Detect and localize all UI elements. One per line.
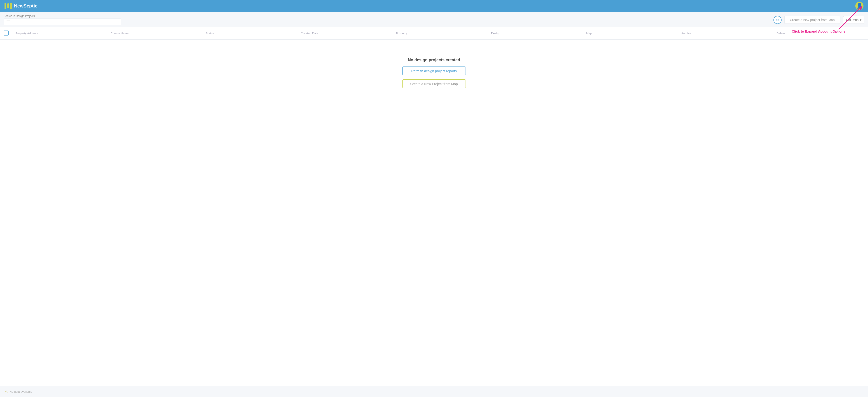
search-box bbox=[4, 19, 121, 25]
account-avatar[interactable]: 👤 bbox=[855, 2, 864, 10]
search-wrapper: Search in Design Projects bbox=[4, 14, 121, 25]
brand-name: NewSeptic bbox=[14, 3, 37, 9]
search-label: Search in Design Projects bbox=[4, 14, 121, 18]
col-county-name: County Name bbox=[107, 27, 202, 39]
logo-bar-3 bbox=[10, 3, 12, 9]
main-content: Search in Design Projects ↻ Create a new… bbox=[0, 12, 868, 397]
columns-dropdown-icon: ▾ bbox=[860, 18, 862, 22]
col-created-date: Created Date bbox=[297, 27, 393, 39]
col-property-address: Property Address bbox=[12, 27, 107, 39]
create-project-button[interactable]: Create a New Project from Map bbox=[402, 80, 466, 88]
col-delete: Delete bbox=[773, 27, 868, 39]
col-design: Design bbox=[488, 27, 583, 39]
filter-icon[interactable] bbox=[6, 21, 10, 23]
columns-label: Columns bbox=[846, 18, 859, 22]
col-property: Property bbox=[392, 27, 488, 39]
table-header: Property Address County Name Status Crea… bbox=[0, 27, 868, 39]
col-status: Status bbox=[202, 27, 297, 39]
navbar: NewSeptic 👤 bbox=[0, 0, 868, 12]
refresh-icon-button[interactable]: ↻ bbox=[773, 16, 782, 24]
col-map: Map bbox=[583, 27, 678, 39]
logo-bar-1 bbox=[4, 3, 6, 9]
empty-state-cell: No design projects created Refresh desig… bbox=[0, 39, 868, 106]
brand-logo bbox=[4, 3, 12, 9]
checkbox-header bbox=[0, 27, 12, 39]
col-archive: Archive bbox=[678, 27, 773, 39]
refresh-reports-button[interactable]: Refresh design project reports bbox=[402, 66, 466, 75]
table-header-row: Property Address County Name Status Crea… bbox=[0, 27, 868, 39]
empty-state-row: No design projects created Refresh desig… bbox=[0, 39, 868, 106]
refresh-icon: ↻ bbox=[776, 18, 779, 22]
logo-bar-2 bbox=[7, 3, 9, 8]
select-all-checkbox[interactable] bbox=[4, 31, 9, 35]
avatar-icon: 👤 bbox=[857, 3, 863, 8]
search-input[interactable] bbox=[12, 20, 118, 24]
footer: ⚠ No data available bbox=[0, 386, 868, 397]
table-wrapper: Property Address County Name Status Crea… bbox=[0, 27, 868, 386]
warning-icon: ⚠ bbox=[4, 390, 8, 394]
toolbar-right: ↻ Create a new project from Map Columns … bbox=[773, 16, 864, 24]
columns-button[interactable]: Columns ▾ bbox=[843, 16, 864, 24]
table-body: No design projects created Refresh desig… bbox=[0, 39, 868, 106]
empty-state-title: No design projects created bbox=[408, 58, 460, 62]
brand: NewSeptic bbox=[4, 3, 37, 9]
data-table: Property Address County Name Status Crea… bbox=[0, 27, 868, 106]
empty-state: No design projects created Refresh desig… bbox=[0, 39, 868, 106]
create-map-button[interactable]: Create a new project from Map bbox=[784, 16, 840, 24]
toolbar: Search in Design Projects ↻ Create a new… bbox=[0, 12, 868, 27]
no-data-label: No data available bbox=[9, 390, 32, 393]
